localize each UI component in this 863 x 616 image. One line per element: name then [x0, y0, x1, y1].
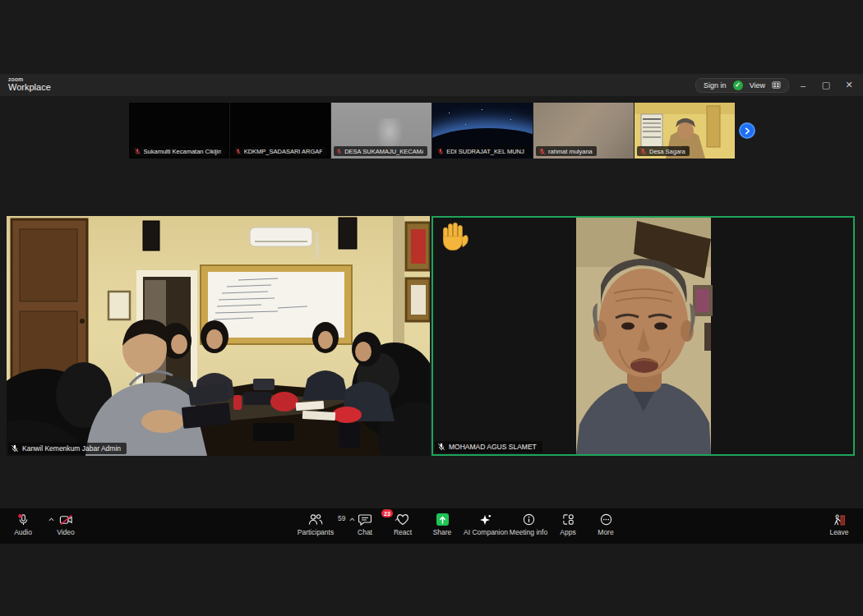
share-button[interactable]: Share: [422, 513, 462, 536]
video-thumbnail[interactable]: Desa Sagara: [635, 103, 735, 159]
participants-button[interactable]: 59 Participants: [293, 513, 339, 536]
participant-name-tag: Sukamulti Kecamatan Cikijing: [132, 146, 225, 156]
meeting-room-video: [7, 216, 430, 456]
chat-icon: [358, 513, 372, 526]
muted-mic-icon: [134, 148, 141, 155]
brand-workplace: Workplace: [8, 83, 51, 92]
participant-name-tag: Kanwil Kemenkum Jabar Admin: [8, 443, 127, 454]
participant-name-tag: MOHAMAD AGUS SLAMET: [435, 441, 542, 453]
video-thumbnail[interactable]: KDKMP_SADASARI ARGAPURA: [230, 103, 330, 159]
ai-sparkle-icon: [479, 513, 492, 526]
video-thumbnail[interactable]: DESA SUKAMAJU_KECAMATAN ...: [331, 103, 432, 159]
muted-mic-icon: [235, 148, 242, 155]
filmstrip-next-button[interactable]: [739, 122, 755, 139]
speaker-video: [433, 218, 853, 454]
brand-zoom: zoom: [8, 76, 51, 82]
chevron-right-icon: [744, 127, 751, 135]
video-thumbnail[interactable]: rahmat mulyana: [533, 103, 634, 159]
muted-mic-icon: [639, 148, 647, 155]
heart-icon: [396, 513, 409, 526]
chat-button[interactable]: 23 Chat: [344, 513, 385, 536]
video-thumbnail[interactable]: Sukamulti Kecamatan Cikijing: [129, 103, 229, 159]
react-button[interactable]: React: [383, 513, 422, 536]
mic-icon: [17, 513, 30, 526]
video-tile-meeting-room[interactable]: Kanwil Kemenkum Jabar Admin: [7, 216, 430, 456]
muted-mic-icon: [437, 443, 445, 451]
video-camera-icon: [59, 514, 73, 526]
video-thumbnail[interactable]: EDI SUDRAJAT_KEL MUNJUL: [432, 103, 533, 159]
apps-icon: [562, 513, 575, 526]
audio-button[interactable]: Audio: [2, 513, 44, 536]
ai-companion-button[interactable]: AI Companion: [460, 513, 511, 536]
participant-name-tag: rahmat mulyana: [536, 146, 597, 156]
minimize-button[interactable]: –: [794, 77, 812, 94]
meeting-info-button[interactable]: Meeting info: [505, 513, 552, 536]
account-view-pill: Sign in ✓ View: [695, 78, 789, 93]
muted-mic-icon: [437, 148, 444, 155]
security-shield-icon[interactable]: ✓: [733, 80, 743, 90]
video-tile-active-speaker[interactable]: MOHAMAD AGUS SLAMET: [432, 216, 855, 456]
maximize-button[interactable]: ▢: [817, 77, 835, 94]
participant-filmstrip: Sukamulti Kecamatan Cikijing KDKMP_SADAS…: [129, 103, 735, 159]
muted-mic-icon: [336, 148, 342, 155]
share-screen-icon: [436, 513, 449, 526]
leave-button[interactable]: Leave: [819, 513, 859, 536]
participant-name-tag: EDI SUDRAJAT_KEL MUNJUL: [435, 146, 528, 156]
apps-button[interactable]: Apps: [548, 513, 588, 536]
more-icon: [600, 513, 612, 526]
muted-mic-icon: [538, 148, 546, 155]
title-bar: zoom Workplace Sign in ✓ View – ▢ ✕: [0, 74, 863, 96]
participant-name-tag: Desa Sagara: [637, 146, 690, 156]
participants-icon: [308, 513, 323, 526]
zoom-meeting-window: zoom Workplace Sign in ✓ View – ▢ ✕ Suka…: [0, 0, 863, 616]
view-button[interactable]: View: [750, 81, 765, 90]
meeting-toolbar: Audio Video 59: [0, 508, 863, 544]
participant-name-tag: DESA SUKAMAJU_KECAMATAN ...: [334, 146, 427, 156]
view-grid-icon[interactable]: [772, 80, 781, 90]
muted-mic-icon: [11, 444, 19, 453]
video-button[interactable]: Video: [44, 513, 87, 536]
more-button[interactable]: More: [586, 513, 625, 536]
info-icon: [523, 513, 535, 526]
participant-name-tag: KDKMP_SADASARI ARGAPURA: [233, 146, 326, 156]
close-button[interactable]: ✕: [840, 77, 858, 94]
sign-in-button[interactable]: Sign in: [704, 81, 727, 90]
leave-door-icon: [833, 513, 846, 526]
zoom-workplace-logo: zoom Workplace: [8, 76, 51, 92]
raised-hand-icon: [440, 221, 469, 254]
